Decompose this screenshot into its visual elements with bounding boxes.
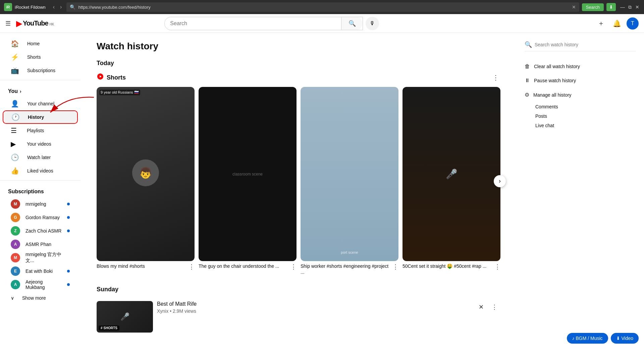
short-2-title-row: The guy on the chair understood the ... … xyxy=(199,263,297,270)
clear-watch-history-action[interactable]: 🗑 Clear all watch history xyxy=(525,59,636,73)
sidebar-item-home[interactable]: 🏠 Home xyxy=(3,37,78,50)
sidebar-watch-later-label: Watch later xyxy=(27,155,51,160)
mic-button[interactable]: 🎙 xyxy=(366,17,379,30)
video-channel: Xynix xyxy=(157,308,168,314)
sub-item-eat-with-boki[interactable]: E Eat with Boki xyxy=(3,264,78,278)
browser-chrome: iR iRocket Fildown ‹ › 🔍 ✕ Search ⬇ — ⧉ … xyxy=(0,0,644,14)
search-input[interactable] xyxy=(165,20,341,27)
show-more-button[interactable]: ∨ Show more xyxy=(3,291,78,305)
header-left: ☰ ▶ YouTube HK xyxy=(5,19,54,28)
sub-dot-zach-choi xyxy=(67,230,70,232)
sidebar-playlists-label: Playlists xyxy=(27,128,44,133)
sidebar-item-playlists[interactable]: ☰ Playlists xyxy=(3,124,78,137)
browser-download-button[interactable]: ⬇ xyxy=(606,3,616,11)
short-thumb-1[interactable]: 👦 9 year old Russians 🇷🇺 xyxy=(97,87,195,261)
notifications-button[interactable]: 🔔 xyxy=(610,17,624,30)
sidebar-shorts-label: Shorts xyxy=(27,54,41,60)
shorts-more-button[interactable]: ⋮ xyxy=(491,72,500,83)
sidebar-item-shorts[interactable]: ⚡ Shorts xyxy=(3,50,78,64)
short-3-menu-button[interactable]: ⋮ xyxy=(392,263,398,270)
yt-header: ☰ ▶ YouTube HK 🔍 🎙 ＋ 🔔 T xyxy=(0,14,644,33)
sidebar-home-label: Home xyxy=(27,41,40,46)
live-chat-label: Live chat xyxy=(535,123,554,128)
pause-watch-history-action[interactable]: ⏸ Pause watch history xyxy=(525,73,636,88)
short-card-4: 🎤 50Cent set it straight 🤑 #50cent #rap … xyxy=(402,87,500,270)
shorts-grid: 👦 9 year old Russians 🇷🇺 Blows my mind #… xyxy=(97,87,500,275)
sidebar-item-watch-later[interactable]: 🕒 Watch later xyxy=(3,151,78,164)
search-bar: 🔍 xyxy=(164,17,363,30)
browser-logo: iR xyxy=(4,3,12,11)
you-section-header[interactable]: You › xyxy=(0,83,80,97)
video-download-button[interactable]: ⬇ Video xyxy=(611,333,639,344)
remove-video-button[interactable]: ✕ xyxy=(475,301,487,313)
header-right: ＋ 🔔 T xyxy=(594,17,639,30)
sidebar-item-your-videos[interactable]: ▶ Your videos xyxy=(3,137,78,151)
avatar-button[interactable]: T xyxy=(627,17,639,30)
maximize-button[interactable]: ⧉ xyxy=(627,4,633,10)
sub-label-gordon-ramsay: Gordon Ramsay xyxy=(25,215,62,220)
short-1-title-row: Blows my mind #shorts ⋮ xyxy=(97,263,195,270)
subscriptions-label: Subscriptions xyxy=(8,189,44,195)
main-content: Watch history Today Shorts ⋮ xyxy=(80,33,517,349)
back-button[interactable]: ‹ xyxy=(51,3,57,11)
short-1-menu-button[interactable]: ⋮ xyxy=(189,263,195,270)
sub-avatar-aejeong-mukbang: A xyxy=(11,280,20,289)
video-list-item-matt-rife: 🎤 # SHORTS Best of Matt Rife Xynix • 2.9… xyxy=(97,298,500,335)
sub-label-mrnigelng-cn: mrnigelng 官方中文... xyxy=(25,252,70,264)
browser-search-button[interactable]: Search xyxy=(582,3,604,11)
shorts-next-button[interactable]: › xyxy=(494,175,506,187)
header-center: 🔍 🎙 xyxy=(164,17,379,30)
sub-dot-aejeong-mukbang xyxy=(67,283,70,286)
sidebar-item-history[interactable]: 🕐 History xyxy=(3,110,78,124)
short-2-title: The guy on the chair understood the ... xyxy=(199,263,289,269)
hamburger-button[interactable]: ☰ xyxy=(5,20,11,27)
you-label: You xyxy=(8,88,18,94)
live-chat-sub-action[interactable]: Live chat xyxy=(525,121,636,130)
sidebar-item-your-channel[interactable]: 👤 Your channel xyxy=(3,97,78,110)
sub-item-asmr-phan[interactable]: A ASMR Phan xyxy=(3,238,78,251)
forward-button[interactable]: › xyxy=(58,3,64,11)
search-history-input[interactable] xyxy=(535,42,636,47)
close-button[interactable]: ✕ xyxy=(635,4,640,10)
page-title: Watch history xyxy=(97,41,500,52)
address-input[interactable] xyxy=(78,5,569,10)
address-clear-icon[interactable]: ✕ xyxy=(572,4,576,10)
posts-sub-action[interactable]: Posts xyxy=(525,111,636,121)
yt-logo[interactable]: ▶ YouTube HK xyxy=(16,19,54,28)
yt-logo-badge: HK xyxy=(50,22,54,26)
expand-icon: › xyxy=(20,89,21,94)
sub-item-gordon-ramsay[interactable]: G Gordon Ramsay xyxy=(3,211,78,224)
comments-sub-action[interactable]: Comments xyxy=(525,102,636,111)
sub-avatar-mrnigelng-cn: M xyxy=(11,253,20,262)
video-thumb-matt-rife[interactable]: 🎤 # SHORTS xyxy=(97,301,153,333)
sidebar-item-subscriptions[interactable]: 📺 Subscriptions xyxy=(3,64,78,77)
today-section: Today Shorts ⋮ xyxy=(97,60,500,275)
posts-label: Posts xyxy=(535,113,547,119)
manage-all-history-action[interactable]: ⚙ Manage all history xyxy=(525,88,636,102)
today-label: Today xyxy=(97,60,500,67)
create-button[interactable]: ＋ xyxy=(594,17,608,30)
video-info-matt-rife: Best of Matt Rife Xynix • 2.9M views xyxy=(157,301,471,333)
bgm-music-button[interactable]: ♪ BGM / Music xyxy=(567,333,608,344)
short-2-menu-button[interactable]: ⋮ xyxy=(290,263,297,270)
sub-item-mrnigelng[interactable]: M mrnigelng xyxy=(3,197,78,211)
sub-avatar-eat-with-boki: E xyxy=(11,266,20,276)
search-submit-button[interactable]: 🔍 xyxy=(341,17,363,30)
sidebar-item-liked-videos[interactable]: 👍 Liked videos xyxy=(3,164,78,178)
short-4-title: 50Cent set it straight 🤑 #50cent #rap ..… xyxy=(402,263,493,269)
minimize-button[interactable]: — xyxy=(620,4,625,10)
shorts-icon: ⚡ xyxy=(11,53,19,61)
short-thumb-4[interactable]: 🎤 xyxy=(402,87,500,261)
sub-item-aejeong-mukbang[interactable]: A Aejeong Mukbang xyxy=(3,278,78,291)
video-views: 2.9M views xyxy=(173,308,196,314)
short-thumb-2[interactable]: classroom scene xyxy=(199,87,297,261)
playlists-icon: ☰ xyxy=(11,127,19,135)
manage-history-label: Manage all history xyxy=(533,92,572,98)
short-4-menu-button[interactable]: ⋮ xyxy=(494,263,500,270)
sub-dot-mrnigelng xyxy=(67,203,70,205)
short-3-title-row: Ship worker #shorts #engineering #projec… xyxy=(301,263,398,275)
sub-item-zach-choi[interactable]: Z Zach Choi ASMR xyxy=(3,224,78,238)
short-thumb-3[interactable]: port scene xyxy=(301,87,398,261)
video-more-button[interactable]: ⋮ xyxy=(488,301,500,313)
sub-item-mrnigelng-cn[interactable]: M mrnigelng 官方中文... xyxy=(3,251,78,264)
